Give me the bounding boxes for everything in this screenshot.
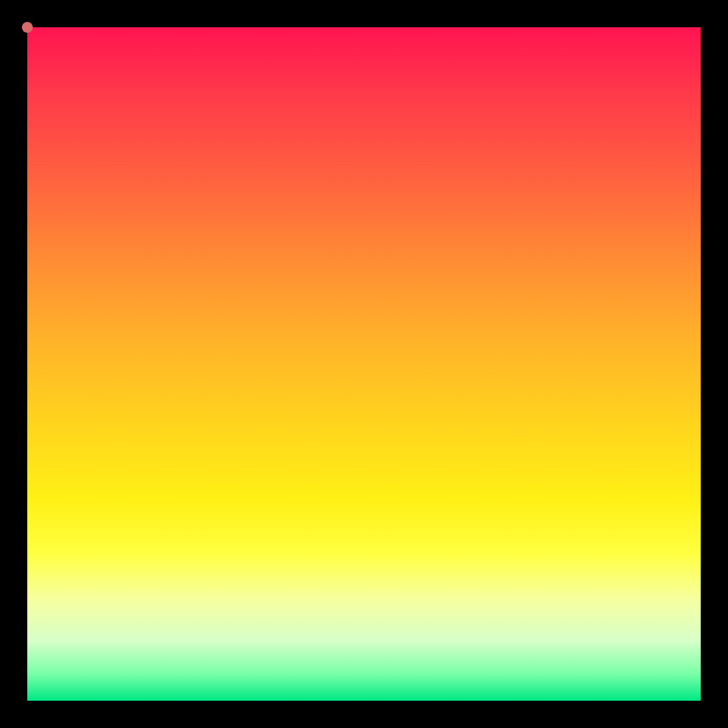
chart-overlay [27, 27, 701, 701]
current-marker [22, 22, 33, 33]
chart-container [0, 0, 728, 728]
